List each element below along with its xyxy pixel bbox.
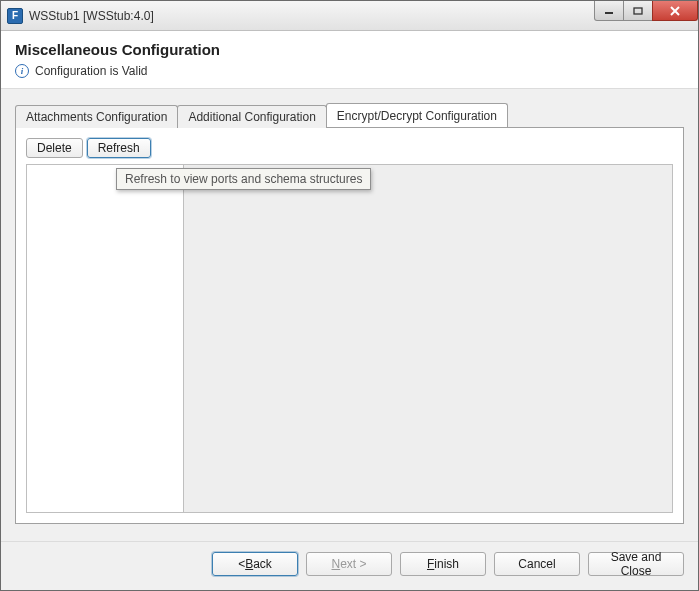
footer: < Back Next > Finish Cancel Save and Clo… <box>1 542 698 590</box>
separator <box>1 524 698 542</box>
close-button[interactable] <box>652 1 698 21</box>
next-button: Next > <box>306 552 392 576</box>
save-and-close-button[interactable]: Save and Close <box>588 552 684 576</box>
back-button[interactable]: < Back <box>212 552 298 576</box>
tab-additional[interactable]: Additional Configuration <box>177 105 326 128</box>
refresh-button[interactable]: Refresh <box>87 138 151 158</box>
cancel-button[interactable]: Cancel <box>494 552 580 576</box>
page-title: Miscellaneous Configuration <box>15 41 684 58</box>
window-title: WSStub1 [WSStub:4.0] <box>29 9 154 23</box>
tab-strip: Attachments Configuration Additional Con… <box>15 103 684 127</box>
svg-rect-1 <box>634 8 642 14</box>
finish-suffix: inish <box>434 557 459 571</box>
next-suffix: ext > <box>340 557 366 571</box>
page-header: Miscellaneous Configuration i Configurat… <box>1 31 698 89</box>
maximize-icon <box>633 7 643 15</box>
minimize-button[interactable] <box>594 1 624 21</box>
svg-rect-0 <box>605 12 613 14</box>
back-suffix: ack <box>253 557 272 571</box>
finish-button[interactable]: Finish <box>400 552 486 576</box>
detail-pane <box>184 165 672 512</box>
title-bar: F WSStub1 [WSStub:4.0] <box>1 1 698 31</box>
panel-toolbar: Delete Refresh <box>26 138 673 158</box>
info-icon: i <box>15 64 29 78</box>
window-controls <box>595 1 698 21</box>
tree-pane[interactable] <box>27 165 184 512</box>
back-prefix: < <box>238 557 245 571</box>
workspace <box>26 164 673 513</box>
tab-attachments[interactable]: Attachments Configuration <box>15 105 178 128</box>
finish-mnemonic: F <box>427 557 434 571</box>
tooltip: Refresh to view ports and schema structu… <box>116 168 371 190</box>
maximize-button[interactable] <box>623 1 653 21</box>
status-row: i Configuration is Valid <box>15 64 684 78</box>
status-text: Configuration is Valid <box>35 64 148 78</box>
delete-button[interactable]: Delete <box>26 138 83 158</box>
content-area: Attachments Configuration Additional Con… <box>1 89 698 542</box>
minimize-icon <box>604 7 614 15</box>
next-mnemonic: N <box>331 557 340 571</box>
app-icon: F <box>7 8 23 24</box>
tab-encrypt-decrypt[interactable]: Encrypt/Decrypt Configuration <box>326 103 508 127</box>
tab-panel: Delete Refresh Refresh to view ports and… <box>15 127 684 524</box>
back-mnemonic: B <box>245 557 253 571</box>
close-icon <box>669 6 681 16</box>
tab-container: Attachments Configuration Additional Con… <box>15 103 684 524</box>
